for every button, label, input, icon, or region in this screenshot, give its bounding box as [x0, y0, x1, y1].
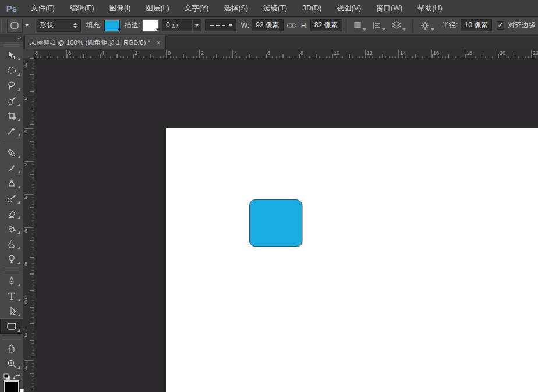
radius-input[interactable]: 10 像素 [461, 19, 493, 31]
path-selection-tool[interactable] [0, 304, 23, 319]
foreground-color-swatch[interactable] [4, 380, 19, 392]
radius-label: 半径: [442, 20, 458, 30]
dashed-line-icon [210, 25, 225, 26]
menu-3d[interactable]: 3D(D) [295, 0, 329, 16]
pasteboard[interactable] [34, 58, 538, 392]
ruler-label: 4 [100, 50, 104, 56]
path-operations-icon [353, 20, 362, 31]
ruler-label: 6 [266, 50, 270, 56]
menu-help[interactable]: 帮助(H) [410, 0, 449, 16]
paint-bucket-tool[interactable] [0, 221, 23, 236]
ruler-label: 2 [199, 50, 204, 56]
ruler-label: 4 [232, 50, 237, 56]
path-alignment-button[interactable] [372, 20, 385, 31]
menu-select[interactable]: 选择(S) [216, 0, 256, 16]
brush-tool[interactable] [0, 161, 23, 176]
ruler-label: 0 [24, 128, 29, 134]
align-edges-checkbox[interactable]: ✓ [497, 21, 504, 30]
caret-down-icon [382, 28, 385, 31]
photoshop-logo: Ps [0, 3, 23, 13]
ruler-label: 10 [24, 294, 29, 304]
ruler-label: 8 [34, 50, 38, 56]
toolbar-separator [2, 140, 21, 144]
menu-type[interactable]: 文字(Y) [177, 0, 217, 16]
type-tool[interactable] [0, 288, 23, 304]
eraser-tool[interactable] [0, 206, 23, 221]
menu-file[interactable]: 文件(F) [23, 0, 62, 16]
rounded-rectangle-preset-icon [9, 21, 20, 30]
toolbar-collapse-button[interactable]: » [0, 34, 23, 42]
stroke-width-field[interactable]: 0 点 [162, 19, 201, 31]
tool-mode-select[interactable]: 形状 [36, 19, 82, 32]
shape-width-value: 92 像素 [256, 20, 279, 30]
ruler-label: 4 [24, 194, 29, 200]
hand-tool[interactable] [0, 341, 23, 356]
link-dimensions-button[interactable] [286, 22, 297, 30]
caret-down-icon [195, 24, 199, 27]
shape-height-input[interactable]: 82 像素 [310, 19, 342, 31]
ruler-label: 2 [133, 50, 137, 56]
ruler-label: 4 [24, 62, 29, 67]
height-label: H: [301, 22, 308, 30]
menu-layer[interactable]: 图层(L) [138, 0, 176, 16]
path-operations-button[interactable] [353, 20, 366, 31]
marquee-tool[interactable] [0, 63, 23, 78]
quick-selection-tool[interactable] [0, 93, 23, 108]
chain-link-icon [286, 22, 297, 30]
tool-preset-button[interactable] [7, 19, 23, 33]
width-label: W: [241, 22, 249, 30]
menu-filter[interactable]: 滤镜(T) [256, 0, 295, 16]
vertical-ruler: 4 2 0 2 4 6 8 10 12 14 [23, 58, 34, 392]
pen-tool[interactable] [0, 273, 23, 288]
healing-brush-tool[interactable] [0, 145, 23, 161]
shape-width-input[interactable]: 92 像素 [252, 19, 284, 31]
caret-down-icon [431, 28, 434, 31]
move-tool[interactable] [0, 48, 23, 63]
ruler-corner[interactable] [23, 49, 34, 59]
toolbar-separator [2, 268, 21, 272]
shape-height-value: 82 像素 [314, 20, 338, 30]
caret-down-icon [229, 24, 232, 27]
path-arrangement-button[interactable] [391, 20, 406, 31]
tools-panel: » [0, 34, 24, 392]
eyedropper-tool[interactable] [0, 123, 23, 138]
zoom-tool[interactable] [0, 356, 23, 371]
separator [346, 19, 347, 32]
fill-color-swatch[interactable] [104, 20, 120, 31]
blur-tool[interactable] [0, 236, 23, 251]
rounded-rectangle-tool[interactable] [0, 319, 23, 334]
stroke-width-value: 0 点 [166, 20, 179, 30]
align-edges-label: 对齐边缘 [508, 20, 536, 30]
arrange-layers-icon [391, 20, 402, 31]
ruler-label: 2 [24, 95, 29, 101]
menu-view[interactable]: 视图(V) [329, 0, 369, 16]
crop-tool[interactable] [0, 108, 23, 123]
clone-stamp-tool[interactable] [0, 176, 23, 191]
caret-down-icon [363, 28, 366, 31]
document-canvas[interactable] [166, 128, 538, 392]
lasso-tool[interactable] [0, 78, 23, 93]
shape-settings-button[interactable] [420, 20, 434, 31]
rounded-rectangle-shape[interactable] [249, 199, 302, 247]
stroke-width-caret[interactable] [192, 20, 201, 31]
ruler-label: 8 [24, 261, 29, 266]
dodge-tool[interactable] [0, 251, 23, 266]
menu-window[interactable]: 窗口(W) [369, 0, 410, 16]
document-tab[interactable]: 未标题-1 @ 100% (圆角矩形 1, RGB/8) * × [24, 35, 166, 49]
fill-label: 填充: [86, 20, 101, 30]
stroke-type-dropdown[interactable] [205, 19, 236, 31]
tab-close-icon[interactable]: × [156, 40, 161, 46]
tool-preset-caret-icon[interactable] [25, 24, 29, 27]
photoshop-window: Ps 文件(F) 编辑(E) 图像(I) 图层(L) 文字(Y) 选择(S) 滤… [0, 0, 538, 392]
ruler-label: 22 [531, 50, 538, 56]
caret-down-icon [402, 28, 406, 31]
history-brush-tool[interactable] [0, 191, 23, 206]
stroke-color-swatch[interactable] [143, 20, 158, 31]
menu-edit[interactable]: 编辑(E) [62, 0, 102, 16]
ruler-label: 14 [24, 360, 29, 370]
menu-image[interactable]: 图像(I) [102, 0, 139, 16]
ruler-label: 6 [24, 227, 29, 233]
ruler-label: 12 [365, 50, 373, 56]
ruler-label: 10 [332, 50, 339, 56]
options-bar: 形状 填充: 描边: 0 点 W: 92 像素 H: [0, 17, 538, 34]
